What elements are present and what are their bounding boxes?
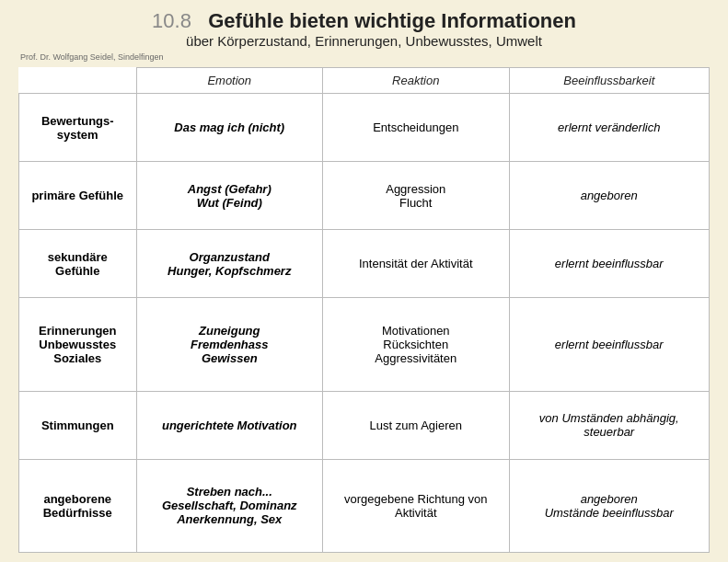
cell-emotion: Angst (Gefahr)Wut (Feind) <box>136 162 323 230</box>
cell-system: angeborene Bedürfnisse <box>19 459 137 552</box>
col-header-emotion: Emotion <box>136 68 323 94</box>
table-row: ErinnerungenUnbewusstesSozialesZuneigung… <box>19 298 710 391</box>
cell-reaktion: Lust zum Agieren <box>323 391 510 459</box>
cell-reaktion: MotivationenRücksichtenAggressivitäten <box>323 298 510 391</box>
cell-emotion: OrganzustandHunger, Kopfschmerz <box>136 230 323 298</box>
section-number: 10.8 <box>152 9 191 32</box>
cell-reaktion: AggressionFlucht <box>323 162 510 230</box>
header: 10.8 Gefühle bieten wichtige Information… <box>18 9 710 49</box>
col-header-system <box>19 68 137 94</box>
subtitle: über Körperzustand, Erinnerungen, Unbewu… <box>18 33 710 49</box>
cell-beeinflussung: von Umständen abhängig, steuerbar <box>509 391 710 459</box>
cell-system: Stimmungen <box>19 391 137 459</box>
page: 10.8 Gefühle bieten wichtige Information… <box>0 0 728 562</box>
cell-beeinflussung: erlernt veränderlich <box>509 94 710 162</box>
cell-emotion: ungerichtete Motivation <box>136 391 323 459</box>
table-header-row: Emotion Reaktion Beeinflussbarkeit <box>19 68 710 94</box>
cell-emotion: Das mag ich (nicht) <box>136 94 323 162</box>
table-row: sekundäre GefühleOrganzustandHunger, Kop… <box>19 230 710 298</box>
cell-beeinflussung: angeborenUmstände beeinflussbar <box>509 459 710 552</box>
page-title: 10.8 Gefühle bieten wichtige Information… <box>18 9 710 33</box>
cell-system: primäre Gefühle <box>19 162 137 230</box>
table-row: Bewertungs-systemDas mag ich (nicht)Ents… <box>19 94 710 162</box>
cell-emotion: ZuneigungFremdenhassGewissen <box>136 298 323 391</box>
title-text: Gefühle bieten wichtige Informationen <box>208 9 576 32</box>
cell-system: Bewertungs-system <box>19 94 137 162</box>
attribution: Prof. Dr. Wolfgang Seidel, Sindelfingen <box>20 52 710 62</box>
main-table: Emotion Reaktion Beeinflussbarkeit Bewer… <box>18 67 710 553</box>
table-row: Stimmungenungerichtete MotivationLust zu… <box>19 391 710 459</box>
cell-beeinflussung: erlernt beeinflussbar <box>509 298 710 391</box>
cell-system: sekundäre Gefühle <box>19 230 137 298</box>
col-header-reaktion: Reaktion <box>323 68 510 94</box>
cell-system: ErinnerungenUnbewusstesSoziales <box>19 298 137 391</box>
cell-reaktion: vorgegebene Richtung von Aktivität <box>323 459 510 552</box>
cell-beeinflussung: erlernt beeinflussbar <box>509 230 710 298</box>
cell-reaktion: Intensität der Aktivität <box>323 230 510 298</box>
table-row: primäre GefühleAngst (Gefahr)Wut (Feind)… <box>19 162 710 230</box>
cell-beeinflussung: angeboren <box>509 162 710 230</box>
cell-emotion: Streben nach...Gesellschaft, DominanzAne… <box>136 459 323 552</box>
table-row: angeborene BedürfnisseStreben nach...Ges… <box>19 459 710 552</box>
col-header-beeinflussung: Beeinflussbarkeit <box>509 68 710 94</box>
cell-reaktion: Entscheidungen <box>323 94 510 162</box>
